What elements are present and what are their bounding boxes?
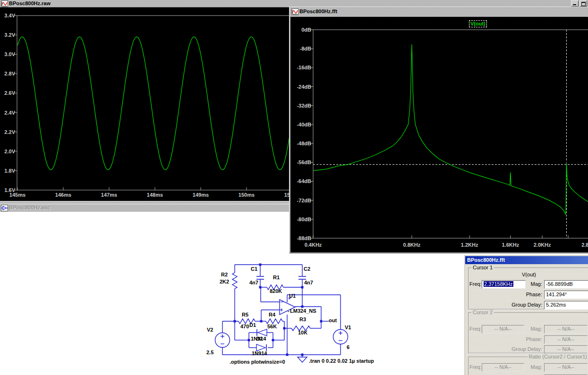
fft-window-title: BPosc800Hz.fft xyxy=(299,8,337,14)
y-tick-label: -64dB xyxy=(297,178,311,184)
transient-plot: 3.4V3.2V3.0V2.8V2.6V2.4V2.2V2.0V1.8V1.6V… xyxy=(0,8,293,201)
y-tick-label: -72dB xyxy=(297,198,311,203)
maximize-button[interactable] xyxy=(579,0,587,7)
wire-junction xyxy=(301,286,304,289)
ref-R3: R3 xyxy=(299,317,306,322)
y-tick-label: -32dB xyxy=(297,103,311,108)
y-tick-label: -48dB xyxy=(297,141,311,146)
ratio-freq-label: Freq: xyxy=(469,363,481,371)
fft-window: BPosc800Hz.fft 0dB-8dB-16dB-24dB-32dB-40… xyxy=(289,7,588,253)
wire-junction xyxy=(234,320,236,323)
y-tick-label: -24dB xyxy=(297,84,311,90)
fft-plot: 0dB-8dB-16dB-24dB-32dB-40dB-48dB-56dB-64… xyxy=(290,17,588,252)
x-tick-label: 149ms xyxy=(193,192,209,198)
cursor1-phase-label: Phase: xyxy=(516,291,542,298)
x-tick-label: 0.4KHz xyxy=(305,242,322,248)
y-tick-label: 2.6V xyxy=(4,90,15,96)
value-C2: 4n7 xyxy=(304,280,313,285)
cursor1-group-label: Cursor 1 xyxy=(471,265,494,271)
y-tick-label: -16dB xyxy=(297,65,311,70)
y-tick-label: 0dB xyxy=(301,27,311,33)
x-tick-label: 1.6KHz xyxy=(502,242,519,248)
ratio-mag-label: Mag: xyxy=(516,363,542,371)
ref-R5: R5 xyxy=(242,312,248,317)
value-V2: 2.5 xyxy=(206,350,213,355)
fft-trace[interactable] xyxy=(313,44,588,214)
ref-R1: R1 xyxy=(273,275,280,280)
cursor2-gd-label: Group Delay: xyxy=(502,345,542,353)
y-tick-label: -80dB xyxy=(297,217,311,222)
fft-plot-pane[interactable]: 0dB-8dB-16dB-24dB-32dB-40dB-48dB-56dB-64… xyxy=(290,17,588,252)
value-C1: 4n7 xyxy=(249,280,258,285)
trace-label-vout[interactable]: V(out) xyxy=(469,20,487,27)
cursor1-trace-name: V(out) xyxy=(469,271,588,278)
waveform-icon xyxy=(291,8,298,15)
resistor-symbol[interactable] xyxy=(266,319,282,324)
wire-junction xyxy=(248,339,250,342)
ref-D1: D1 xyxy=(249,322,256,328)
x-tick-label: 147ms xyxy=(101,192,117,198)
ratio-mag-input: -- N/A-- xyxy=(544,363,588,372)
y-tick-label: 3.0V xyxy=(4,51,15,57)
cursor2-mag-label: Mag: xyxy=(516,325,542,333)
y-tick-label: 1.8V xyxy=(4,168,15,174)
cursor1-freq-label: Freq: xyxy=(469,280,481,288)
ratio-group-label: Ratio (Cursor2 / Cursor1) xyxy=(528,354,588,360)
cursor-dialog-title: BPosc800Hz.fft xyxy=(467,257,505,263)
wire-junction xyxy=(259,264,262,266)
cursor2-freq-label: Freq: xyxy=(469,325,481,333)
net-label-out: out xyxy=(329,317,337,323)
ref-V1: V1 xyxy=(345,325,351,330)
ref-C1: C1 xyxy=(251,266,257,272)
ground-symbol[interactable] xyxy=(298,357,307,362)
diode-symbol-d1[interactable] xyxy=(258,329,267,336)
x-tick-label: 148ms xyxy=(147,192,163,198)
fft-window-titlebar[interactable]: BPosc800Hz.fft xyxy=(290,8,588,17)
x-tick-label: 0.8KHz xyxy=(403,242,421,248)
ratio-group: Ratio (Cursor2 / Cursor1) Freq: -- N/A--… xyxy=(468,357,588,375)
value-R1: 820K xyxy=(270,288,282,294)
raw-window-title: BPosc800Hz.raw xyxy=(9,0,51,6)
x-tick-label: 150ms xyxy=(239,192,255,198)
cursor1-gd-value: 5.262ms xyxy=(546,302,566,308)
ref-R2: R2 xyxy=(221,272,228,277)
diode-symbol-d2[interactable] xyxy=(256,344,265,351)
cursor-dialog-titlebar[interactable]: BPosc800Hz.fft xyxy=(465,256,588,264)
x-tick-label: 145ms xyxy=(9,192,26,198)
y-tick-label: 2.8V xyxy=(4,71,15,76)
spice-directive-options: .options plotwinsize=0 xyxy=(230,359,285,365)
cursor1-phase-input[interactable]: 141.294° xyxy=(544,291,588,299)
y-tick-label: -8dB xyxy=(300,46,312,51)
wire-junction xyxy=(260,320,263,323)
value-D2: 1N914 xyxy=(252,350,267,356)
wire-junction xyxy=(286,354,289,356)
minimize-button[interactable] xyxy=(571,0,579,7)
y-tick-label: -56dB xyxy=(297,159,311,165)
resistor-symbol[interactable] xyxy=(232,273,237,289)
transient-plot-pane[interactable]: 3.4V3.2V3.0V2.8V2.6V2.4V2.2V2.0V1.8V1.6V… xyxy=(0,8,293,201)
spice-directive-tran: .tran 0 0.22 0.02 1µ startup xyxy=(309,358,374,364)
value-R2: 2K2 xyxy=(220,279,229,284)
value-R5: 470 xyxy=(240,324,249,329)
schematic-icon xyxy=(1,205,8,211)
asc-window-title: BPosc800Hz.asc xyxy=(9,205,50,210)
wire-junction xyxy=(259,286,262,289)
wire-junction xyxy=(301,354,304,356)
cursor2-group: Cursor 2 Freq: -- N/A-- Mag: -- N/A-- Ph… xyxy=(468,312,588,353)
cursor1-gd-input[interactable]: 5.262ms xyxy=(544,301,588,309)
cursor1-phase-value: 141.294° xyxy=(546,292,567,297)
x-tick-label: 2.0KHz xyxy=(534,242,551,248)
x-tick-label: 2.8KHz xyxy=(581,242,588,248)
y-tick-label: 3.2V xyxy=(4,32,15,38)
maximize-icon xyxy=(581,2,586,6)
cursor-dialog: BPosc800Hz.fft Cursor 1 V(out) Freq: 2.3… xyxy=(464,255,588,375)
ref-U1: U1 xyxy=(289,293,296,299)
y-tick-label: 2.2V xyxy=(4,129,15,135)
cursor-dialog-body: Cursor 1 V(out) Freq: 2.37158KHz Mag: -5… xyxy=(465,264,588,375)
waveform-icon xyxy=(1,0,8,7)
cursor1-mag-input[interactable]: -56.8899dB xyxy=(544,280,588,289)
x-tick-label: 146ms xyxy=(55,192,71,198)
cursor2-phase-label: Phase: xyxy=(516,335,542,343)
cursor1-mag-label: Mag: xyxy=(516,280,542,288)
transient-trace[interactable] xyxy=(17,37,293,170)
